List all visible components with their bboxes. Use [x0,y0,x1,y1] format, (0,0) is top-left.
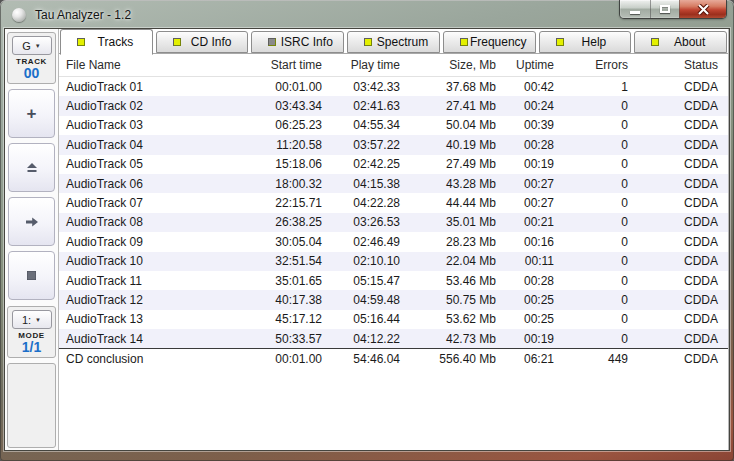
conclusion-status: CDDA [638,352,728,366]
close-button[interactable] [679,0,726,18]
col-header-size[interactable]: Size, Mb [410,58,506,72]
cell-play-time: 05:16.44 [332,312,410,326]
track-row[interactable]: AudioTrack 06 18:00.32 04:15.38 43.28 Mb… [59,174,728,193]
cell-errors: 0 [564,99,638,113]
tab-tracks[interactable]: Tracks [60,29,153,55]
track-row[interactable]: AudioTrack 09 30:05.04 02:46.49 28.23 Mb… [59,232,728,251]
minimize-button[interactable] [620,0,650,18]
tab-bar: Tracks CD Info ISRC Info Spectrum Freque… [59,29,728,54]
track-row[interactable]: AudioTrack 10 32:51.54 02:10.10 22.04 Mb… [59,252,728,271]
col-header-status[interactable]: Status [638,58,728,72]
maximize-icon [660,5,670,13]
cell-uptime: 00:39 [506,118,564,132]
cell-play-time: 04:22.28 [332,196,410,210]
cell-play-time: 02:10.10 [332,254,410,268]
cell-file-name: AudioTrack 08 [59,215,250,229]
track-row[interactable]: AudioTrack 14 50:33.57 04:12.22 42.73 Mb… [59,329,728,348]
col-header-uptime[interactable]: Uptime [506,58,564,72]
track-row[interactable]: AudioTrack 08 26:38.25 03:26.53 35.01 Mb… [59,213,728,232]
tab-help[interactable]: Help [539,31,632,53]
conclusion-play-time: 54:46.04 [332,352,410,366]
cell-size: 28.23 Mb [410,235,506,249]
col-header-errors[interactable]: Errors [564,58,638,72]
col-header-play-time[interactable]: Play time [332,58,410,72]
mode-dropdown[interactable]: 1: ▼ [12,310,52,329]
eject-button[interactable] [8,143,55,192]
cell-file-name: AudioTrack 07 [59,196,250,210]
empty-area [59,369,728,450]
tab-label: Help [564,35,631,49]
close-icon [697,4,710,15]
cell-uptime: 00:11 [506,254,564,268]
tab-led-icon [460,38,468,46]
track-row[interactable]: AudioTrack 13 45:17.12 05:16.44 53.62 Mb… [59,310,728,329]
cell-play-time: 03:26.53 [332,215,410,229]
cell-start-time: 03:43.34 [250,99,332,113]
track-row[interactable]: AudioTrack 12 40:17.38 04:59.48 50.75 Mb… [59,290,728,309]
tab-frequency[interactable]: Frequency [443,31,536,53]
track-row[interactable]: AudioTrack 07 22:15.71 04:22.28 44.44 Mb… [59,193,728,212]
app-window: Tau Analyzer - 1.2 G ▼ TRACK 00 [0,0,734,461]
cell-errors: 0 [564,157,638,171]
tab-about[interactable]: About [634,31,727,53]
tab-cd-info[interactable]: CD Info [156,31,249,53]
cell-uptime: 00:42 [506,80,564,94]
tab-label: ISRC Info [276,35,343,49]
cell-size: 42.73 Mb [410,332,506,346]
cell-status: CDDA [638,177,728,191]
cell-status: CDDA [638,312,728,326]
conclusion-start-time: 00:01.00 [250,352,332,366]
cell-size: 53.62 Mb [410,312,506,326]
main-area: Tracks CD Info ISRC Info Spectrum Freque… [58,29,729,450]
cell-errors: 0 [564,215,638,229]
cell-status: CDDA [638,157,728,171]
cell-errors: 0 [564,254,638,268]
cell-uptime: 00:27 [506,177,564,191]
cell-status: CDDA [638,138,728,152]
cell-uptime: 00:21 [506,215,564,229]
cell-start-time: 45:17.12 [250,312,332,326]
minimize-icon [630,11,640,14]
cell-size: 43.28 Mb [410,177,506,191]
tab-spectrum[interactable]: Spectrum [347,31,440,53]
tab-isrc-info[interactable]: ISRC Info [251,31,344,53]
add-track-button[interactable]: + [8,89,55,138]
group-dropdown-label: G [22,40,31,52]
track-row[interactable]: AudioTrack 02 03:43.34 02:41.63 27.41 Mb… [59,96,728,115]
col-header-start-time[interactable]: Start time [250,58,332,72]
cell-status: CDDA [638,196,728,210]
plus-icon: + [27,105,37,122]
track-row[interactable]: AudioTrack 11 35:01.65 05:15.47 53.46 Mb… [59,271,728,290]
tab-led-icon [173,38,181,46]
stop-button[interactable] [8,251,55,300]
cell-uptime: 00:19 [506,332,564,346]
col-header-file-name[interactable]: File Name [59,58,250,72]
track-row[interactable]: AudioTrack 04 11:20.58 03:57.22 40.19 Mb… [59,135,728,154]
cell-status: CDDA [638,215,728,229]
cell-size: 22.04 Mb [410,254,506,268]
next-track-button[interactable] [8,197,55,246]
cell-play-time: 02:42.25 [332,157,410,171]
cell-status: CDDA [638,118,728,132]
track-row[interactable]: AudioTrack 01 00:01.00 03:42.33 37.68 Mb… [59,77,728,96]
cell-status: CDDA [638,274,728,288]
track-row[interactable]: AudioTrack 05 15:18.06 02:42.25 27.49 Mb… [59,155,728,174]
cell-uptime: 00:19 [506,157,564,171]
cell-start-time: 35:01.65 [250,274,332,288]
track-row[interactable]: AudioTrack 03 06:25.23 04:55.34 50.04 Mb… [59,116,728,135]
cell-uptime: 00:25 [506,293,564,307]
cell-file-name: AudioTrack 10 [59,254,250,268]
tab-led-icon [364,38,372,46]
cell-file-name: AudioTrack 09 [59,235,250,249]
group-dropdown[interactable]: G ▼ [12,36,52,55]
cell-start-time: 26:38.25 [250,215,332,229]
cell-errors: 0 [564,138,638,152]
cell-uptime: 00:28 [506,138,564,152]
track-panel: G ▼ TRACK 00 [7,32,56,84]
cell-status: CDDA [638,235,728,249]
maximize-button[interactable] [650,0,679,18]
track-number-value: 00 [9,66,54,81]
conclusion-errors: 449 [564,352,638,366]
cell-uptime: 00:28 [506,274,564,288]
cell-errors: 0 [564,118,638,132]
